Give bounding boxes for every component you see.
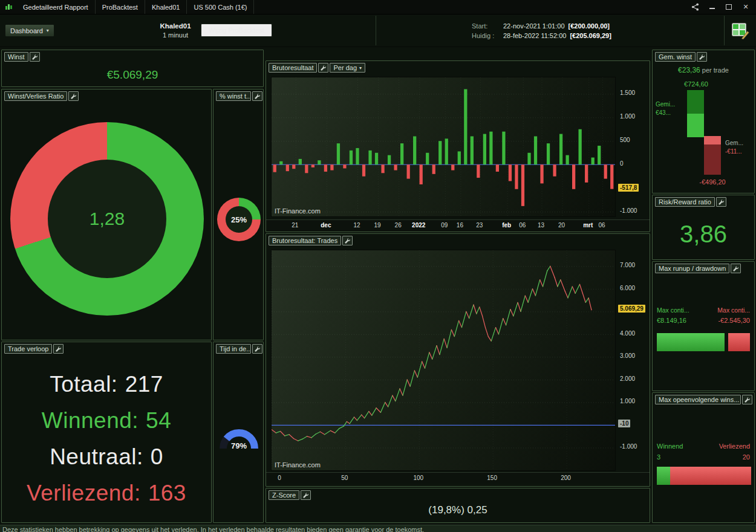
max-runup-label: Max conti... xyxy=(657,307,689,314)
period-dropdown[interactable]: Per dag▾ xyxy=(330,63,365,73)
dashboard-dropdown[interactable]: Dashboard▾ xyxy=(5,24,54,37)
max-runup-value: €8.149,16 xyxy=(657,317,686,324)
panel-trade-verloop: Trade verloop Totaal:217 Winnend:54 Neut… xyxy=(1,342,212,523)
avg-loss-text-label: Gem... xyxy=(725,140,743,146)
disclaimer-text: Deze statistieken hebben betrekking op g… xyxy=(0,525,756,532)
current-datetime: 28-feb-2022 11:52:00 xyxy=(503,31,566,41)
tab-probacktest[interactable]: ProBacktest xyxy=(96,0,145,14)
current-label: Huidig : xyxy=(472,31,500,41)
streak-loss-bar xyxy=(670,467,751,485)
app-logo-icon xyxy=(0,0,16,14)
zscore-value: (19,8%) 0,25 xyxy=(266,504,650,516)
max-runup-bar xyxy=(657,333,725,351)
avg-profit-per-trade: €23,36 per trade xyxy=(653,66,754,74)
panel-max-opeenvolgende: Max opeenvolgende wins... Winnend Verlie… xyxy=(652,392,755,523)
toolbar-separator xyxy=(375,16,376,45)
start-datetime: 22-nov-2021 1:01:00 xyxy=(503,21,565,31)
panel-winst-verlies-ratio: Winst/Verlies Ratio 1,28 xyxy=(1,89,212,340)
time-in-market-gauge: 79% xyxy=(215,420,263,455)
panel-winst: Winst €5.069,29 xyxy=(1,50,264,87)
max-loss-label: -€496,20 xyxy=(682,178,743,186)
risk-reward-value: 3,86 xyxy=(653,221,754,248)
equity-curve-line-chart: IT-Finance.com xyxy=(271,250,616,471)
chart-settings-icon[interactable] xyxy=(729,21,751,41)
panel-brutoresultaat-per-dag: Brutoresultaat Per dag▾ IT-Finance.com 1… xyxy=(266,60,650,232)
share-icon[interactable] xyxy=(691,3,699,11)
tab-khaled01[interactable]: Khaled01 xyxy=(145,0,187,14)
wrench-icon[interactable] xyxy=(301,490,311,500)
panel-risk-reward: Risk/Reward ratio 3,86 xyxy=(652,195,755,260)
panel-title-runup: Max runup / drawdown xyxy=(655,264,729,273)
wrench-icon[interactable] xyxy=(731,264,741,273)
stat-neutraal: Neutraal:0 xyxy=(2,439,211,475)
minimize-button[interactable] xyxy=(708,3,716,11)
panel-brutoresultaat-trades: Brutoresultaat: Trades IT-Finance.com 7.… xyxy=(266,233,650,487)
bar-chart-x-axis: 21dec1219262022091623feb061320mrt06 xyxy=(266,219,650,232)
streak-loss-value: 20 xyxy=(743,453,750,461)
panel-title-winst: Winst xyxy=(4,52,28,62)
panel-zscore: Z-Score (19,8%) 0,25 xyxy=(266,488,650,523)
wrench-icon[interactable] xyxy=(53,344,64,354)
ratio-value: 1,28 xyxy=(48,160,166,278)
streak-loss-label: Verliezend xyxy=(719,443,750,450)
account-name: Khaled01 xyxy=(144,22,207,31)
stat-winnend: Winnend:54 xyxy=(2,403,211,439)
panel-title-zscore: Z-Score xyxy=(269,490,299,500)
trade-verloop-stats: Totaal:217 Winnend:54 Neutraal:0 Verliez… xyxy=(2,366,211,511)
tab-gedetailleerd-rapport[interactable]: Gedetailleerd Rapport xyxy=(16,0,96,14)
wrench-icon[interactable] xyxy=(742,395,752,404)
panel-title-pct-winst: % winst t... xyxy=(216,91,251,101)
session-info: Start: 22-nov-2021 1:01:00 [€200.000,00]… xyxy=(472,21,611,41)
account-info: Khaled01 1 minuut xyxy=(144,22,207,40)
wrench-icon[interactable] xyxy=(697,52,707,62)
wrench-icon[interactable] xyxy=(30,52,40,62)
max-drawdown-bar xyxy=(728,333,750,351)
line-chart-x-axis: 050100150200 xyxy=(266,472,650,483)
streak-win-label: Winnend xyxy=(657,443,683,450)
streak-win-bar xyxy=(657,467,670,485)
wijzig-probacktest-button[interactable]: Wijzig ProBacktest xyxy=(201,24,272,37)
avg-win-text-value: €43... xyxy=(656,109,671,116)
avg-loss-text-value: -€11... xyxy=(725,148,742,155)
avg-win-text-label: Gemi... xyxy=(656,101,675,108)
status-bar: Deze statistieken hebben betrekking op g… xyxy=(0,525,756,532)
toolbar: Dashboard▾ Khaled01 1 minuut Wijzig ProB… xyxy=(0,15,756,47)
maximize-button[interactable] xyxy=(725,3,733,11)
daily-result-bar-chart: IT-Finance.com xyxy=(271,77,616,217)
panel-title-streak: Max opeenvolgende wins... xyxy=(655,395,741,404)
chevron-down-icon: ▾ xyxy=(47,28,49,33)
panel-title-ratio: Winst/Verlies Ratio xyxy=(4,91,67,101)
wrench-icon[interactable] xyxy=(252,344,262,354)
winrate-donut-chart: 25% xyxy=(217,198,261,241)
winrate-value: 25% xyxy=(226,206,252,233)
close-button[interactable]: ✕ xyxy=(741,3,750,11)
max-win-label: €724,60 xyxy=(666,80,726,88)
panel-title-trade-verloop: Trade verloop xyxy=(4,344,52,354)
wrench-icon[interactable] xyxy=(68,91,79,101)
avg-win-bar xyxy=(687,90,704,137)
start-amount: [€200.000,00] xyxy=(569,21,610,31)
wrench-icon[interactable] xyxy=(716,197,726,207)
panel-title-gem-winst: Gem. winst xyxy=(655,52,696,62)
streak-win-value: 3 xyxy=(657,453,660,461)
wrench-icon[interactable] xyxy=(252,91,262,101)
panel-title-tijd: Tijd in de... xyxy=(216,344,251,354)
tab-us500-cash[interactable]: US 500 Cash (1€) xyxy=(187,0,254,14)
app-window: Gedetailleerd Rapport ProBacktest Khaled… xyxy=(0,0,756,532)
panel-pct-winst: % winst t... 25% xyxy=(213,89,264,340)
panel-title-brutoresultaat: Brutoresultaat xyxy=(269,63,317,73)
stat-totaal: Totaal:217 xyxy=(2,366,211,403)
wrench-icon[interactable] xyxy=(342,236,353,245)
current-amount: [€205.069,29] xyxy=(570,31,611,41)
bar-chart-y-axis: 1.5001.0005000-1.000-517,8 xyxy=(617,77,650,217)
time-in-market-value: 79% xyxy=(215,441,263,450)
account-timeframe: 1 minuut xyxy=(144,31,207,40)
line-chart-y-axis: 7.0006.0005.0004.0003.0002.0001.000-1.00… xyxy=(617,250,650,471)
stat-verliezend: Verliezend:163 xyxy=(2,475,211,511)
panel-max-runup-drawdown: Max runup / drawdown Max conti... Max co… xyxy=(652,261,755,391)
toolbar-separator-2 xyxy=(723,16,724,45)
titlebar: Gedetailleerd Rapport ProBacktest Khaled… xyxy=(0,0,756,15)
wrench-icon[interactable] xyxy=(318,63,328,73)
panel-gem-winst: Gem. winst €23,36 per trade €724,60 Gemi… xyxy=(652,50,755,193)
max-drawdown-value: -€2.545,30 xyxy=(718,317,750,324)
